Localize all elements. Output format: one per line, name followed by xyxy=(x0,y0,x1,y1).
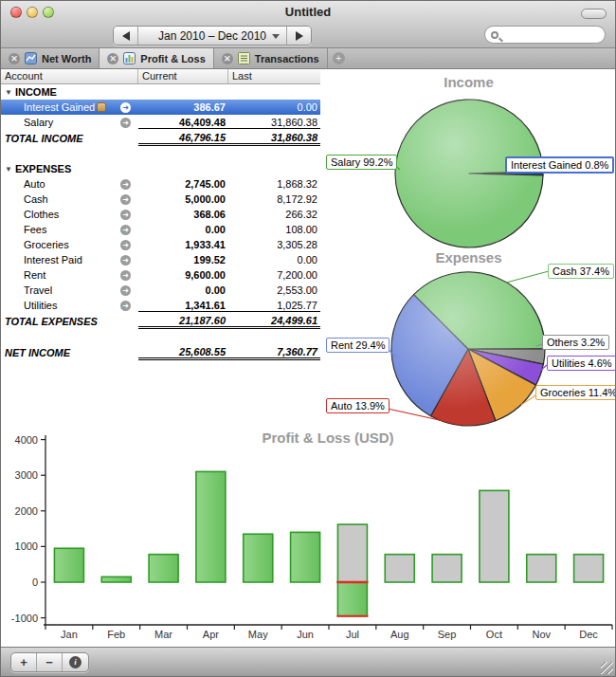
next-period-button[interactable] xyxy=(287,27,311,45)
remove-button[interactable]: − xyxy=(37,653,63,671)
table-row[interactable]: Interest Paid➜199.520.00 xyxy=(1,252,320,267)
table-header-row: Account Current Last xyxy=(1,69,320,84)
table-row[interactable]: Cash➜5,000.008,172.92 xyxy=(1,192,320,207)
left-arrow-icon xyxy=(122,31,130,41)
add-button[interactable]: + xyxy=(11,653,37,671)
close-tab-icon[interactable]: ✕ xyxy=(222,53,233,64)
table-row[interactable]: Groceries➜1,933.413,305.28 xyxy=(1,237,320,252)
row-detail-arrow[interactable]: ➜ xyxy=(120,225,131,235)
net-income-label: NET INCOME xyxy=(5,347,70,358)
ledger-icon xyxy=(238,52,250,64)
row-detail-arrow[interactable]: ➜ xyxy=(120,102,131,113)
row-detail-arrow[interactable]: ➜ xyxy=(120,194,131,205)
bar-projected-dec xyxy=(574,555,604,582)
window-title: Untitled xyxy=(1,5,615,19)
table-row[interactable]: Clothes➜368.06266.32 xyxy=(1,207,320,222)
account-cell: Rent➜ xyxy=(1,267,138,283)
bar-actual-apr xyxy=(196,471,226,582)
line-chart-icon xyxy=(25,52,37,64)
account-name: Utilities xyxy=(24,300,57,311)
table-row[interactable]: Rent➜9,600.007,200.00 xyxy=(1,267,320,283)
account-cell: Interest Gained➜ xyxy=(1,100,138,115)
table-row[interactable]: Auto➜2,745.001,868.32 xyxy=(1,176,320,192)
app-window: Untitled Jan 2010 – Dec 2010 ✕Net Worth✕… xyxy=(0,0,616,677)
table-row[interactable]: Interest Gained➜386.670.00 xyxy=(1,100,320,115)
current-value: 368.06 xyxy=(138,209,228,220)
account-name: Fees xyxy=(24,224,46,235)
total-label-cell: TOTAL INCOME xyxy=(1,130,138,147)
bar-actual-jan xyxy=(54,548,83,582)
toolbar-toggle-button[interactable] xyxy=(581,9,607,19)
close-tab-icon[interactable]: ✕ xyxy=(107,53,118,64)
y-tick-label: -1000 xyxy=(11,613,38,624)
current-value: 46,796.15 xyxy=(138,132,228,146)
row-detail-arrow[interactable]: ➜ xyxy=(120,301,131,311)
pie-label-others: Others 3.2% xyxy=(542,335,609,350)
row-detail-arrow[interactable]: ➜ xyxy=(120,179,131,190)
row-detail-arrow[interactable]: ➜ xyxy=(120,118,131,128)
label-leader-line xyxy=(506,271,549,283)
account-cell: Fees➜ xyxy=(1,222,138,237)
last-value: 108.00 xyxy=(228,224,320,235)
section-name: EXPENSES xyxy=(15,163,71,174)
resize-grip[interactable] xyxy=(601,662,613,674)
tab-net-worth[interactable]: ✕Net Worth xyxy=(1,48,100,68)
total-label: TOTAL INCOME xyxy=(5,133,83,144)
table-row[interactable]: Salary➜46,409.4831,860.38 xyxy=(1,115,320,130)
pie-label-cash: Cash 37.4% xyxy=(548,264,614,279)
account-name: Travel xyxy=(24,284,52,296)
current-value: 2,745.00 xyxy=(138,178,228,190)
column-header-current[interactable]: Current xyxy=(138,69,228,83)
chevron-down-icon xyxy=(272,34,280,39)
row-detail-arrow[interactable]: ➜ xyxy=(120,255,131,265)
account-name: Groceries xyxy=(24,239,69,250)
search-input[interactable] xyxy=(502,27,597,42)
prev-period-button[interactable] xyxy=(114,27,137,45)
date-range-control: Jan 2010 – Dec 2010 xyxy=(113,26,312,46)
tab-bar: ✕Net Worth✕Profit & Loss✕Transactions+ xyxy=(1,48,615,69)
net-label-cell: NET INCOME xyxy=(1,344,138,361)
last-value: 266.32 xyxy=(228,209,320,220)
tab-transactions[interactable]: ✕Transactions xyxy=(214,48,328,68)
search-field[interactable] xyxy=(484,26,606,44)
add-tab-button[interactable]: + xyxy=(333,52,345,64)
last-value: 7,360.77 xyxy=(228,346,320,360)
account-cell: Salary➜ xyxy=(1,115,138,130)
section-row-income[interactable]: ▼INCOME xyxy=(1,84,320,100)
column-header-last[interactable]: Last xyxy=(228,69,320,83)
month-label: Dec xyxy=(579,629,598,640)
row-detail-arrow[interactable]: ➜ xyxy=(120,285,131,296)
last-value: 0.00 xyxy=(228,254,320,265)
row-detail-arrow[interactable]: ➜ xyxy=(120,270,131,281)
disclosure-triangle-icon[interactable]: ▼ xyxy=(5,165,12,174)
table-row[interactable]: Travel➜0.002,553.00 xyxy=(1,283,320,298)
account-name: Cash xyxy=(24,193,48,205)
current-value: 5,000.00 xyxy=(138,193,228,205)
info-icon: i xyxy=(69,656,82,668)
current-value: 0.00 xyxy=(138,284,228,296)
date-range-dropdown[interactable]: Jan 2010 – Dec 2010 xyxy=(137,27,287,45)
disclosure-triangle-icon[interactable]: ▼ xyxy=(5,88,12,97)
table-row[interactable]: Fees➜0.00108.00 xyxy=(1,222,320,237)
row-detail-arrow[interactable]: ➜ xyxy=(120,210,131,220)
row-detail-arrow[interactable]: ➜ xyxy=(120,240,131,250)
total-row: TOTAL EXPENSES21,187.6024,499.61 xyxy=(1,313,320,330)
column-header-account[interactable]: Account xyxy=(1,69,138,83)
account-cell: Groceries➜ xyxy=(1,237,138,252)
y-tick-label: 3000 xyxy=(15,469,38,481)
table-row[interactable]: Utilities➜1,341.611,025.77 xyxy=(1,298,320,313)
account-cell: Utilities➜ xyxy=(1,298,138,313)
last-value: 0.00 xyxy=(228,101,320,113)
tab-profit-loss[interactable]: ✕Profit & Loss xyxy=(99,48,213,68)
section-row-expenses[interactable]: ▼EXPENSES xyxy=(1,161,320,176)
close-tab-icon[interactable]: ✕ xyxy=(9,53,20,64)
pie-label-salary: Salary 99.2% xyxy=(326,155,397,170)
right-arrow-icon xyxy=(296,31,303,41)
net-income-row: NET INCOME25,608.557,360.77 xyxy=(1,344,320,361)
last-value: 1,025.77 xyxy=(228,300,320,312)
info-button[interactable]: i xyxy=(63,653,88,671)
section-name: INCOME xyxy=(15,86,57,98)
toolbar: Jan 2010 – Dec 2010 xyxy=(1,24,615,48)
last-value: 3,305.28 xyxy=(228,239,320,250)
last-value: 7,200.00 xyxy=(228,269,320,281)
